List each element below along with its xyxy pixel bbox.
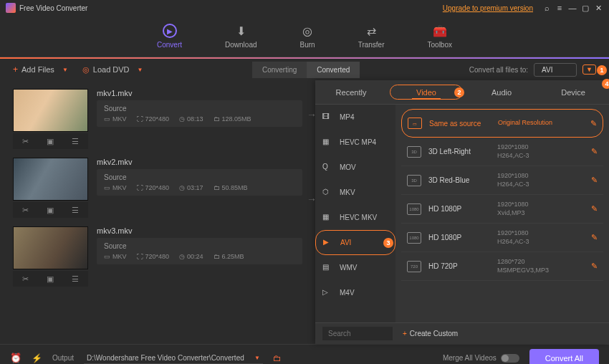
file-resolution: 720*480 xyxy=(145,253,170,260)
format-item-avi[interactable]: ▶ AVI 3 xyxy=(315,230,395,255)
crop-icon[interactable]: ▣ xyxy=(47,206,54,215)
res-name: HD 720P xyxy=(428,262,490,270)
settings-icon[interactable]: ☰ xyxy=(72,137,79,146)
upgrade-link[interactable]: Upgrade to premium version xyxy=(443,4,533,12)
edit-icon[interactable]: ✎ xyxy=(591,176,598,185)
resolution-item[interactable]: 1080 HD 1080P 1920*1080 Xvid,MP3 ✎ xyxy=(401,195,603,224)
output-label: Output xyxy=(52,354,74,362)
tab-converting[interactable]: Converting xyxy=(252,62,307,78)
add-files-button[interactable]: + Add Files ▼ xyxy=(13,64,68,75)
edit-icon[interactable]: ✎ xyxy=(591,262,598,271)
format-item-m4v[interactable]: ▷M4V xyxy=(315,280,395,305)
format-item-mp4[interactable]: 🎞MP4 xyxy=(315,105,395,130)
resolution-icon: ⛶ xyxy=(137,253,143,260)
resolution-item[interactable]: 720 HD 720P 1280*720 MSMPEGV3,MP3 ✎ xyxy=(401,252,603,281)
nav-download[interactable]: ⬇ Download xyxy=(225,24,256,49)
load-dvd-button[interactable]: ◎ Load DVD ▼ xyxy=(82,65,143,75)
chevron-down-icon: ▼ xyxy=(138,67,143,73)
mkv-icon: ⬡ xyxy=(322,188,334,198)
search-input[interactable] xyxy=(322,327,393,340)
cut-icon[interactable]: ✂ xyxy=(22,206,29,215)
format-list: 🎞MP4 ▦HEVC MP4 QMOV ⬡MKV ▦HEVC MKV ▶ AVI… xyxy=(315,105,395,322)
create-custom-label: Create Custom xyxy=(410,330,458,337)
titlebar: Free Video Converter Upgrade to premium … xyxy=(0,0,609,16)
schedule-icon[interactable]: ⏰ xyxy=(10,353,21,363)
settings-icon[interactable]: ☰ xyxy=(72,274,79,284)
crop-icon[interactable]: ▣ xyxy=(47,274,54,284)
play-icon: ▶ xyxy=(323,238,335,248)
preset-icon: 3D xyxy=(407,175,421,186)
container-icon: ▭ xyxy=(104,115,110,123)
merge-toggle[interactable] xyxy=(501,354,519,363)
file-size: 50.85MB xyxy=(222,184,248,191)
disc-icon: ◎ xyxy=(82,65,90,75)
annotation-2: 2 xyxy=(454,87,464,97)
load-dvd-label: Load DVD xyxy=(93,65,130,74)
minimize-icon[interactable]: — xyxy=(567,3,577,13)
format-item-hevcmkv[interactable]: ▦HEVC MKV xyxy=(315,205,395,230)
format-item-mkv[interactable]: ⬡MKV xyxy=(315,180,395,205)
file-row: ✂ ▣ ☰ mkv3.mkv Source ▭MKV ⛶720*480 ◷00:… xyxy=(0,222,315,291)
resolution-item[interactable]: 1080 HD 1080P 1920*1080 H264,AC-3 ✎ xyxy=(401,224,603,252)
source-box: Source ▭MKV ⛶720*480 ◷03:17 🗀50.85MB xyxy=(97,169,302,196)
target-format-display[interactable]: AVI xyxy=(534,63,577,77)
main-nav: ▶ Convert ⬇ Download ◎ Burn ⇄ Transfer 🧰… xyxy=(0,16,609,57)
convert-all-format: Convert all files to: AVI ▼ 1 xyxy=(469,63,596,77)
cut-icon[interactable]: ✂ xyxy=(22,274,29,284)
folder-icon: 🗀 xyxy=(214,115,220,123)
resolution-item[interactable]: 3D 3D Left-Right 1920*1080 H264,AC-3 ✎ xyxy=(401,138,603,166)
create-custom-button[interactable]: + Create Custom xyxy=(403,330,458,337)
menu-icon[interactable]: ≡ xyxy=(555,3,565,13)
close-icon[interactable]: ✕ xyxy=(593,3,603,13)
resolution-item-same[interactable]: ▭ Same as source Original Resolution ✎ 4 xyxy=(401,109,603,138)
output-path[interactable]: D:\Wondershare Free Video Converter\Conv… xyxy=(84,353,263,364)
format-label: MKV xyxy=(340,188,355,196)
format-label: WMV xyxy=(340,264,357,272)
res-detail: 1920*1080 H264,AC-3 xyxy=(497,172,584,188)
main-area: ✂ ▣ ☰ mkv1.mkv Source ▭MKV ⛶720*480 ◷08:… xyxy=(0,80,609,344)
nav-toolbox[interactable]: 🧰 Toolbox xyxy=(428,24,452,49)
status-tabs: Converting Converted xyxy=(252,62,360,78)
maximize-icon[interactable]: ▢ xyxy=(580,3,590,13)
settings-icon[interactable]: ☰ xyxy=(72,206,79,215)
panel-tab-video[interactable]: Video 2 xyxy=(390,85,463,100)
nav-download-label: Download xyxy=(225,41,256,49)
panel-tab-device[interactable]: Device xyxy=(537,80,609,104)
convert-all-label: Convert all files to: xyxy=(469,66,528,74)
add-files-label: Add Files xyxy=(21,65,54,74)
gpu-icon[interactable]: ⚡ xyxy=(32,353,42,363)
crop-icon[interactable]: ▣ xyxy=(47,137,54,146)
cut-icon[interactable]: ✂ xyxy=(22,137,29,146)
edit-icon[interactable]: ✎ xyxy=(590,119,597,128)
file-size: 128.05MB xyxy=(222,115,251,123)
nav-convert[interactable]: ▶ Convert xyxy=(157,24,182,49)
edit-icon[interactable]: ✎ xyxy=(591,204,598,214)
resolution-item[interactable]: 3D 3D Red-Blue 1920*1080 H264,AC-3 ✎ xyxy=(401,166,603,195)
open-folder-icon[interactable]: 🗀 xyxy=(273,353,282,363)
tab-converted[interactable]: Converted xyxy=(307,62,360,78)
video-thumbnail[interactable] xyxy=(13,226,88,269)
search-icon[interactable]: ⌕ xyxy=(542,3,552,13)
thumb-tools: ✂ ▣ ☰ xyxy=(13,133,88,149)
arrow-icon: → xyxy=(307,193,317,205)
nav-transfer[interactable]: ⇄ Transfer xyxy=(358,24,385,49)
format-item-wmv[interactable]: ▤WMV xyxy=(315,255,395,280)
nav-burn[interactable]: ◎ Burn xyxy=(300,24,315,49)
edit-icon[interactable]: ✎ xyxy=(591,147,598,156)
plus-icon: + xyxy=(403,330,407,337)
file-list: ✂ ▣ ☰ mkv1.mkv Source ▭MKV ⛶720*480 ◷08:… xyxy=(0,80,315,344)
source-label: Source xyxy=(104,242,295,250)
video-thumbnail[interactable] xyxy=(13,89,88,132)
format-item-mov[interactable]: QMOV xyxy=(315,155,395,180)
format-item-hevcmp4[interactable]: ▦HEVC MP4 xyxy=(315,130,395,155)
target-format-dropdown[interactable]: ▼ 1 xyxy=(582,64,596,75)
folder-icon: 🗀 xyxy=(214,253,220,260)
file-resolution: 720*480 xyxy=(145,184,170,191)
transfer-icon: ⇄ xyxy=(364,24,378,38)
convert-all-button[interactable]: Convert All xyxy=(529,349,599,365)
edit-icon[interactable]: ✎ xyxy=(591,233,598,242)
merge-label: Merge All Videos xyxy=(443,354,497,362)
video-thumbnail[interactable] xyxy=(13,158,88,201)
panel-tab-audio[interactable]: Audio xyxy=(466,80,537,104)
panel-tab-recently[interactable]: Recently xyxy=(315,80,387,104)
